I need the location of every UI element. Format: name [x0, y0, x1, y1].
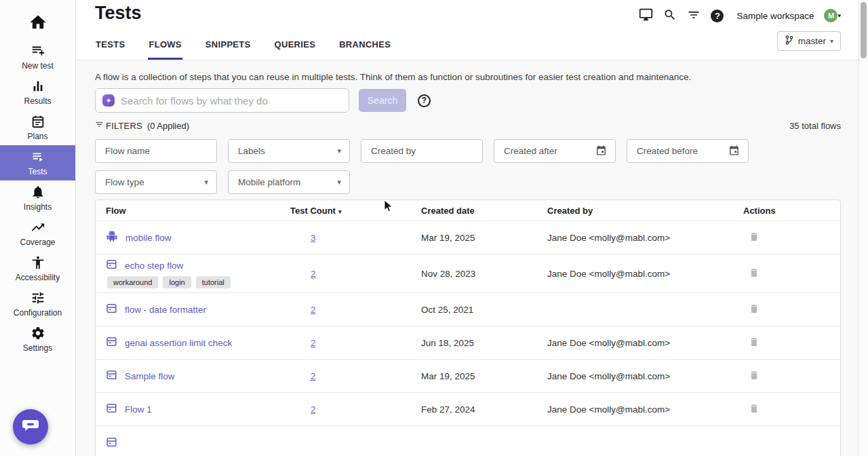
- mobile-platform-filter-select[interactable]: Mobile platform ▾: [228, 170, 350, 194]
- vertical-scrollbar[interactable]: [859, 0, 868, 456]
- filter-fields: Flow name Labels ▾ Created by Created af…: [95, 139, 841, 194]
- sidebar-item-new-test[interactable]: New test: [0, 39, 75, 75]
- help-button[interactable]: ?: [711, 10, 724, 22]
- search-help-icon[interactable]: ?: [418, 94, 431, 107]
- desktop-agent-button[interactable]: [639, 7, 653, 24]
- chat-button[interactable]: [13, 409, 48, 444]
- table-row: genai assertion limit check 2 Jun 18, 20…: [96, 326, 840, 360]
- calendar-icon: [728, 145, 740, 158]
- sidebar-item-home[interactable]: [0, 5, 75, 39]
- flow-name-link[interactable]: Flow 1: [125, 404, 152, 415]
- flow-search-input[interactable]: [121, 95, 342, 107]
- sidebar-item-settings[interactable]: Settings: [0, 322, 75, 357]
- total-flows-count: 35 total flows: [789, 121, 841, 131]
- chevron-down-icon: ▾: [837, 12, 841, 19]
- trash-icon: [749, 373, 760, 383]
- trash-icon: [749, 235, 760, 245]
- created-date-cell: Oct 25, 2021: [421, 305, 547, 315]
- monitor-icon: [639, 7, 653, 24]
- sidebar-item-accessibility[interactable]: Accessibility: [0, 251, 75, 286]
- tab-flows[interactable]: FLOWS: [148, 34, 182, 60]
- flow-name-link[interactable]: echo step flow: [125, 261, 183, 271]
- home-icon: [28, 13, 47, 32]
- tab-snippets[interactable]: SNIPPETS: [205, 34, 252, 60]
- avatar: M: [824, 9, 837, 22]
- chevron-down-icon: ▾: [337, 147, 341, 155]
- label-chip: login: [163, 276, 191, 288]
- sidebar-item-coverage[interactable]: Coverage: [0, 216, 75, 251]
- sidebar-item-configuration[interactable]: Configuration: [0, 286, 75, 322]
- table-row: flow - date formatter 2 Oct 25, 2021: [96, 293, 840, 326]
- delete-flow-button[interactable]: [747, 267, 761, 281]
- delete-flow-button[interactable]: [747, 402, 761, 417]
- column-header-flow: Flow: [106, 206, 290, 216]
- created-before-filter-input[interactable]: Created before: [627, 139, 749, 163]
- chevron-down-icon: ▾: [830, 37, 833, 45]
- main-area: Tests ?: [76, 0, 868, 456]
- created-after-filter-input[interactable]: Created after: [494, 139, 616, 163]
- chat-bubble-icon: [21, 417, 40, 437]
- delete-flow-button[interactable]: [747, 303, 761, 317]
- delete-flow-button[interactable]: [747, 231, 761, 245]
- created-by-filter-input[interactable]: Created by: [361, 139, 483, 163]
- tab-tests[interactable]: TESTS: [95, 34, 125, 60]
- sidebar-item-plans[interactable]: Plans: [0, 110, 75, 145]
- column-header-actions: Actions: [743, 206, 840, 216]
- flow-name-filter-input[interactable]: Flow name: [95, 139, 217, 163]
- tests-icon: [31, 149, 45, 164]
- flows-table: Flow Test Count▾ Created date Created by…: [95, 200, 841, 456]
- browser-flow-icon: [106, 436, 117, 450]
- sidebar: New test Results Plans Tests Insights: [0, 0, 76, 456]
- field-placeholder: Created after: [504, 146, 557, 156]
- tab-branches[interactable]: BRANCHES: [338, 34, 391, 60]
- sidebar-item-insights[interactable]: Insights: [0, 180, 75, 216]
- labels-filter-select[interactable]: Labels ▾: [228, 139, 350, 163]
- label-chip: tutorial: [196, 276, 231, 288]
- search-button[interactable]: Search: [359, 89, 406, 112]
- created-by-cell: Jane Doe <molly@mabl.com>: [547, 338, 743, 348]
- workspace-menu-button[interactable]: M ▾: [824, 9, 841, 22]
- tab-queries[interactable]: QUERIES: [274, 34, 317, 60]
- test-count-link[interactable]: 2: [290, 404, 421, 415]
- label-chip: workaround: [107, 276, 158, 288]
- sidebar-item-label: Plans: [27, 132, 47, 141]
- flow-name-link[interactable]: flow - date formatter: [125, 305, 206, 315]
- flow-name-link[interactable]: genai assertion limit check: [125, 338, 232, 348]
- field-placeholder: Flow name: [105, 146, 150, 156]
- test-count-link[interactable]: 2: [290, 305, 421, 315]
- field-placeholder: Labels: [238, 146, 265, 156]
- table-row: echo step flow workaround login tutorial…: [96, 254, 840, 293]
- global-filter-button[interactable]: [687, 8, 701, 24]
- column-header-test-count[interactable]: Test Count▾: [290, 206, 421, 216]
- test-count-link[interactable]: 2: [290, 371, 421, 381]
- flow-type-filter-select[interactable]: Flow type ▾: [95, 170, 217, 194]
- delete-flow-button[interactable]: [747, 336, 761, 350]
- sidebar-item-results[interactable]: Results: [0, 75, 75, 110]
- sidebar-item-tests[interactable]: Tests: [0, 145, 75, 180]
- test-count-link[interactable]: 2: [290, 338, 421, 348]
- browser-flow-icon: [106, 259, 117, 272]
- configuration-icon: [31, 290, 45, 305]
- help-icon: ?: [711, 10, 724, 22]
- results-icon: [31, 79, 45, 94]
- sidebar-item-label: Tests: [28, 167, 47, 176]
- flow-name-link[interactable]: mobile flow: [125, 233, 172, 243]
- test-count-link[interactable]: 2: [290, 269, 421, 279]
- branch-selector[interactable]: master ▾: [777, 31, 841, 51]
- git-branch-icon: [785, 35, 794, 48]
- scrollbar-thumb[interactable]: [861, 2, 867, 58]
- table-row: mobile flow 3 Mar 19, 2025 Jane Doe <mol…: [96, 221, 840, 254]
- table-row: Flow 1 2 Feb 27, 2024 Jane Doe <molly@ma…: [96, 393, 840, 426]
- test-count-link[interactable]: 3: [290, 233, 421, 243]
- flow-name-link[interactable]: Sample flow: [125, 371, 175, 381]
- filters-toggle[interactable]: FILTERS (0 Applied): [95, 120, 189, 131]
- accessibility-icon: [31, 255, 45, 270]
- table-header-row: Flow Test Count▾ Created date Created by…: [96, 200, 840, 221]
- delete-flow-button[interactable]: [747, 369, 761, 383]
- browser-flow-icon: [106, 336, 117, 349]
- created-by-cell: Jane Doe <molly@mabl.com>: [547, 269, 743, 279]
- global-search-button[interactable]: [663, 8, 677, 24]
- field-placeholder: Created by: [371, 146, 416, 156]
- created-date-cell: Jun 18, 2025: [421, 338, 547, 348]
- plans-icon: [31, 114, 45, 129]
